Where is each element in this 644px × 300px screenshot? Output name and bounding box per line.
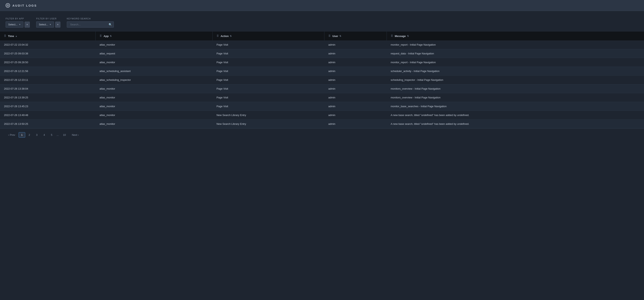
sort-icon: ⇅ [110,35,112,38]
chevron-down-icon: ▼ [50,24,52,26]
user-filter-clear[interactable]: × [55,22,60,28]
cell-message: request_data - Initial Page Navigation [386,49,644,58]
cell-user: admin [324,84,386,93]
cell-user: admin [324,76,386,84]
cell-time: 2022-07-26 12:21:56 [0,67,96,76]
table-row: 2022-07-26 13:39:25atlas_monitorPage Vis… [0,93,644,102]
drag-icon: ⠿ [100,34,102,38]
user-filter-group: FILTER BY USER Select... ▼ × [36,18,60,28]
cell-time: 2022-07-26 13:50:25 [0,120,96,128]
table-row: 2022-07-26 12:23:11atlas_scheduling_insp… [0,76,644,84]
cell-message: monitors_overview - Initial Page Navigat… [386,93,644,102]
drag-icon: ⠿ [4,34,6,38]
cell-message: monitor_report - Initial Page Navigation [386,58,644,67]
drag-icon: ⠿ [391,34,393,38]
cell-action: Page Visit [212,40,324,49]
cell-time: 2022-07-26 13:45:23 [0,102,96,111]
cell-action: Page Visit [212,102,324,111]
pagination: ‹ Prev 1 2 3 4 5 ... 10 Next › [0,128,644,141]
cell-app: atlas_request [96,49,212,58]
cell-app: atlas_monitor [96,58,212,67]
cell-user: admin [324,93,386,102]
table-row: 2022-07-25 09:03:38atlas_requestPage Vis… [0,49,644,58]
cell-message: scheduler_activity - Initial Page Naviga… [386,67,644,76]
table-row: 2022-07-25 09:28:50atlas_monitorPage Vis… [0,58,644,67]
search-wrapper: 🔍 [67,22,114,28]
table-header-row: ⠿ Time ▲ ⠿ App ⇅ ⠿ Action [0,32,644,40]
cell-message: A new base search, titled "undefined" ha… [386,120,644,128]
col-header-message[interactable]: ⠿ Message ⇅ [386,32,644,40]
audit-logs-table-container: ⠿ Time ▲ ⠿ App ⇅ ⠿ Action [0,32,644,128]
filters-section: FILTER BY APP Select... ▼ × FILTER BY US… [0,11,644,32]
cell-app: atlas_scheduling_assistant [96,67,212,76]
cell-app: atlas_scheduling_inspector [96,76,212,84]
keyword-search-label: KEYWORD SEARCH [67,18,114,20]
cell-app: atlas_monitor [96,111,212,120]
cell-app: atlas_monitor [96,40,212,49]
cell-action: Page Visit [212,93,324,102]
header-icon [6,3,10,8]
col-header-action[interactable]: ⠿ Action ⇅ [212,32,324,40]
next-page-button[interactable]: Next › [69,132,82,138]
cell-time: 2022-07-26 12:23:11 [0,76,96,84]
cell-user: admin [324,58,386,67]
page-button-5[interactable]: 5 [48,132,55,138]
cell-app: atlas_monitor [96,120,212,128]
table-row: 2022-07-22 15:04:32atlas_monitorPage Vis… [0,40,644,49]
page-button-3[interactable]: 3 [34,132,40,138]
cell-time: 2022-07-25 09:28:50 [0,58,96,67]
table-row: 2022-07-26 13:49:48atlas_monitorNew Sear… [0,111,644,120]
app-filter-label: FILTER BY APP [6,18,30,20]
cell-action: New Search Library Entry [212,120,324,128]
prev-page-button[interactable]: ‹ Prev [6,132,18,138]
svg-point-1 [8,5,8,6]
drag-icon: ⠿ [328,34,330,38]
table-row: 2022-07-26 13:45:23atlas_monitorPage Vis… [0,102,644,111]
cell-message: monitor_report - Initial Page Navigation [386,40,644,49]
cell-message: monitor_base_searches - Initial Page Nav… [386,102,644,111]
table-row: 2022-07-26 12:21:56atlas_scheduling_assi… [0,67,644,76]
cell-message: A new base search, titled "undefined" ha… [386,111,644,120]
table-row: 2022-07-26 13:38:04atlas_monitorPage Vis… [0,84,644,93]
cell-time: 2022-07-22 15:04:32 [0,40,96,49]
cell-action: Page Visit [212,58,324,67]
cell-action: New Search Library Entry [212,111,324,120]
col-header-app[interactable]: ⠿ App ⇅ [96,32,212,40]
cell-action: Page Visit [212,49,324,58]
page-button-10[interactable]: 10 [60,132,68,138]
cell-time: 2022-07-26 13:39:25 [0,93,96,102]
page-header: AUDIT LOGS [0,0,644,11]
cell-user: admin [324,120,386,128]
cell-app: atlas_monitor [96,84,212,93]
search-input[interactable] [68,22,108,28]
page-title: AUDIT LOGS [12,4,37,7]
app-filter-group: FILTER BY APP Select... ▼ × [6,18,30,28]
user-filter-label: FILTER BY USER [36,18,60,20]
sort-icon: ⇅ [230,35,232,38]
col-header-user[interactable]: ⠿ User ⇅ [324,32,386,40]
page-button-2[interactable]: 2 [26,132,32,138]
page-button-1[interactable]: 1 [18,132,25,138]
cell-action: Page Visit [212,67,324,76]
audit-logs-table: ⠿ Time ▲ ⠿ App ⇅ ⠿ Action [0,32,644,128]
cell-user: admin [324,67,386,76]
page-button-4[interactable]: 4 [41,132,48,138]
cell-time: 2022-07-25 09:03:38 [0,49,96,58]
cell-message: monitors_overview - Initial Page Navigat… [386,84,644,93]
user-filter-row: Select... ▼ × [36,22,60,28]
search-icon: 🔍 [108,23,112,26]
sort-asc-icon: ▲ [15,35,18,37]
sort-icon: ⇅ [340,35,341,38]
cell-user: admin [324,102,386,111]
app-filter-select[interactable]: Select... ▼ [6,22,24,28]
user-filter-select[interactable]: Select... ▼ [36,22,54,28]
cell-action: Page Visit [212,76,324,84]
table-row: 2022-07-26 13:50:25atlas_monitorNew Sear… [0,120,644,128]
cell-user: admin [324,40,386,49]
cell-user: admin [324,49,386,58]
app-filter-clear[interactable]: × [24,22,30,28]
keyword-search-group: KEYWORD SEARCH 🔍 [67,18,114,28]
col-header-time[interactable]: ⠿ Time ▲ [0,32,96,40]
app-filter-row: Select... ▼ × [6,22,30,28]
page-ellipsis: ... [56,132,60,138]
